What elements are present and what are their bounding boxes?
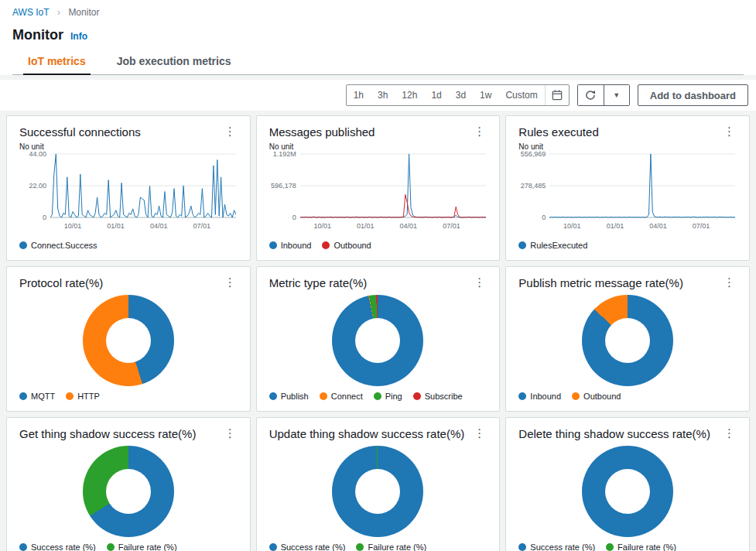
tab-job-execution-metrics[interactable]: Job execution metrics [101, 50, 247, 74]
plot-canvas [300, 153, 486, 218]
x-axis: 10/0101/0104/0107/01 [549, 221, 737, 231]
legend-item[interactable]: Connect.Success [19, 241, 97, 250]
card-menu-button[interactable]: ⋮ [472, 125, 487, 137]
card-menu-button[interactable]: ⋮ [223, 276, 238, 288]
x-axis: 10/0101/0104/0107/01 [300, 221, 487, 231]
timeseries-plot: 44.0022.000 [19, 153, 238, 221]
chart-title: Metric type rate(%) [269, 276, 368, 289]
legend-item[interactable]: Publish [269, 392, 309, 401]
time-range-1d[interactable]: 1d [424, 85, 448, 105]
legend-color-dot [269, 543, 277, 551]
charts-grid: Successful connections ⋮ No unit44.0022.… [0, 115, 756, 551]
chart-card-get-thing-shadow-success-rate: Get thing shadow success rate(%) ⋮ Succe… [6, 417, 251, 551]
donut-chart [582, 295, 673, 386]
time-range-selector: 1h3h12h1d3d1wCustom [346, 84, 570, 106]
card-menu-button[interactable]: ⋮ [223, 427, 238, 439]
breadcrumb-aws-iot-link[interactable]: AWS IoT [12, 7, 49, 18]
add-to-dashboard-button[interactable]: Add to dashboard [638, 84, 748, 106]
tab-iot-metrics[interactable]: IoT metrics [12, 50, 101, 74]
card-menu-button[interactable]: ⋮ [722, 427, 737, 439]
legend-item[interactable]: Ping [374, 392, 402, 401]
chart-title: Successful connections [19, 125, 141, 139]
legend-label: Success rate (%) [281, 542, 346, 551]
legend-item[interactable]: Connect [320, 392, 363, 401]
card-header: Publish metric message rate(%) ⋮ [518, 276, 737, 289]
legend-label: RulesExecuted [530, 241, 587, 250]
refresh-split-button: ▼ [577, 84, 630, 106]
chart-legend: MQTTHTTP [19, 391, 238, 402]
chart-legend: Success rate (%)Failure rate (%) [19, 542, 238, 551]
chart-title: Messages published [269, 125, 375, 139]
legend-color-dot [606, 543, 614, 551]
legend-item[interactable]: Failure rate (%) [356, 542, 426, 551]
legend-color-dot [572, 392, 580, 400]
y-tick-label: 0 [269, 214, 296, 221]
chart-card-publish-metric-message-rate: Publish metric message rate(%) ⋮ Inbound… [505, 266, 750, 412]
chart-legend: InboundOutbound [518, 391, 737, 402]
legend-color-dot [413, 392, 421, 400]
card-menu-button[interactable]: ⋮ [223, 125, 238, 137]
series-path [300, 194, 486, 217]
x-tick-label: 01/01 [357, 222, 375, 230]
x-tick-label: 10/01 [313, 222, 331, 230]
legend-item[interactable]: Success rate (%) [269, 542, 346, 551]
y-tick-label: 22.00 [19, 182, 46, 190]
time-range-12h[interactable]: 12h [395, 85, 424, 105]
x-tick-label: 04/01 [150, 222, 168, 230]
chevron-down-icon: ▼ [613, 91, 620, 99]
legend-label: Connect [331, 392, 363, 401]
time-range-1w[interactable]: 1w [473, 85, 498, 105]
legend-item[interactable]: Success rate (%) [19, 542, 96, 551]
chart-legend: Success rate (%)Failure rate (%) [518, 542, 737, 551]
time-range-3d[interactable]: 3d [449, 85, 473, 105]
legend-color-dot [320, 392, 327, 400]
chart-area: No unit1.192M596,178010/0101/0104/0107/0… [269, 139, 487, 240]
chart-title: Publish metric message rate(%) [518, 276, 683, 289]
legend-item[interactable]: RulesExecuted [518, 241, 587, 250]
legend-color-dot [269, 241, 277, 249]
refresh-button[interactable] [578, 85, 604, 105]
legend-item[interactable]: Failure rate (%) [107, 542, 177, 551]
legend-color-dot [374, 392, 381, 400]
donut-chart [83, 295, 174, 386]
legend-label: Success rate (%) [31, 542, 96, 551]
x-tick-label: 07/01 [193, 222, 210, 230]
card-header: Rules executed ⋮ [518, 125, 737, 139]
card-menu-button[interactable]: ⋮ [722, 125, 737, 137]
chart-card-rules-executed: Rules executed ⋮ No unit556,969278,48501… [505, 115, 750, 261]
card-menu-button[interactable]: ⋮ [472, 427, 487, 439]
chart-card-protocol-rate: Protocol rate(%) ⋮ MQTTHTTP [6, 266, 251, 412]
card-header: Metric type rate(%) ⋮ [269, 276, 487, 289]
legend-label: Outbound [334, 241, 371, 250]
card-header: Get thing shadow success rate(%) ⋮ [19, 427, 238, 440]
chart-area: No unit44.0022.00010/0101/0104/0107/01 [19, 139, 238, 240]
card-menu-button[interactable]: ⋮ [472, 276, 487, 288]
chart-title: Get thing shadow success rate(%) [19, 427, 196, 440]
legend-color-dot [269, 392, 277, 400]
legend-color-dot [356, 543, 364, 551]
legend-item[interactable]: Success rate (%) [518, 542, 595, 551]
legend-item[interactable]: HTTP [66, 392, 100, 401]
legend-item[interactable]: Inbound [518, 392, 561, 401]
legend-item[interactable]: MQTT [19, 392, 55, 401]
custom-date-picker-button[interactable] [545, 85, 569, 105]
time-range-1h[interactable]: 1h [347, 85, 371, 105]
legend-color-dot [322, 241, 330, 249]
legend-item[interactable]: Outbound [572, 392, 621, 401]
card-menu-button[interactable]: ⋮ [722, 276, 737, 288]
legend-color-dot [107, 543, 115, 551]
chart-title: Rules executed [518, 125, 598, 139]
refresh-options-dropdown[interactable]: ▼ [604, 85, 629, 105]
info-link[interactable]: Info [70, 31, 87, 42]
legend-label: Failure rate (%) [118, 542, 177, 551]
legend-item[interactable]: Inbound [269, 241, 312, 250]
time-range-3h[interactable]: 3h [371, 85, 395, 105]
card-header: Successful connections ⋮ [19, 125, 238, 139]
unit-label: No unit [19, 142, 238, 151]
legend-item[interactable]: Subscribe [413, 392, 463, 401]
time-range-custom[interactable]: Custom [498, 85, 544, 105]
chart-card-update-thing-shadow-success-rate: Update thing shadow success rate(%) ⋮ Su… [256, 417, 501, 551]
legend-item[interactable]: Outbound [322, 241, 371, 250]
legend-item[interactable]: Failure rate (%) [606, 542, 676, 551]
chart-legend: Connect.Success [19, 240, 238, 251]
